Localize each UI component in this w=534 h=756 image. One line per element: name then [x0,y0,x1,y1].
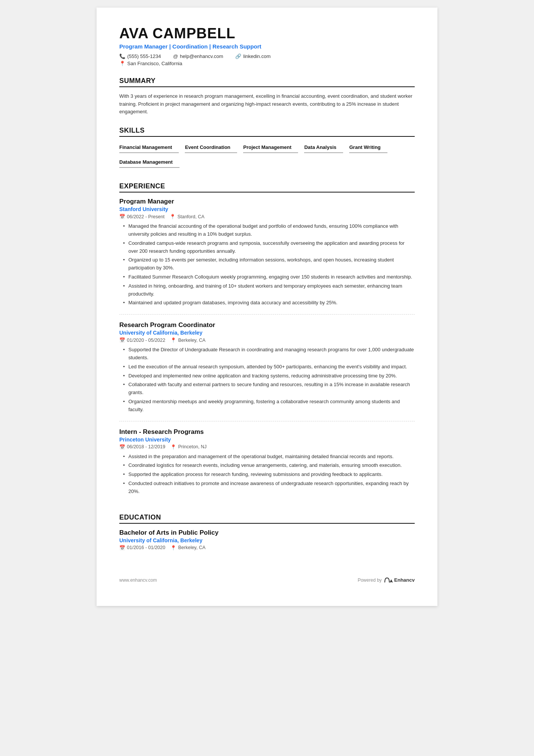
bullet-item: Supported the Director of Undergraduate … [123,346,415,362]
email-address: help@enhancv.com [180,53,223,59]
education-list: Bachelor of Arts in Public PolicyUnivers… [119,529,415,551]
skill-item: Grant Writing [349,142,387,153]
bullet-item: Led the execution of the annual research… [123,363,415,371]
resume-page: AVA CAMPBELL Program Manager | Coordinat… [97,8,437,606]
skills-section: SKILLS Financial ManagementEvent Coordin… [119,127,415,172]
job-dates: 📅 01/2020 - 05/2022 [119,337,165,343]
job-title: Intern - Research Programs [119,428,415,436]
linkedin-icon: 🔗 [235,53,241,59]
experience-section: EXPERIENCE Program ManagerStanford Unive… [119,182,415,502]
bullet-item: Collaborated with faculty and external p… [123,381,415,397]
bullet-item: Coordinated logistics for research event… [123,462,415,470]
skill-item: Project Management [243,142,298,153]
company-name: Stanford University [119,206,415,212]
job-location: 📍 Princeton, NJ [170,444,206,450]
phone-icon: 📞 [119,53,125,59]
brand-name: Enhancv [394,577,415,583]
location-row: 📍 San Francisco, California [119,61,415,66]
bullet-item: Facilitated Summer Research Colloquium w… [123,273,415,281]
skills-title: SKILLS [119,127,415,137]
location-pin-icon: 📍 [170,444,176,450]
job-location: 📍 Berkeley, CA [170,337,205,343]
job-bullets: Managed the financial accounting of the … [119,222,415,307]
summary-text: With 3 years of experience in research p… [119,92,415,116]
job-bullets: Supported the Director of Undergraduate … [119,346,415,413]
skill-item: Database Management [119,157,180,168]
edu-school: University of California, Berkeley [119,537,415,543]
skills-grid: Financial ManagementEvent CoordinationPr… [119,142,415,172]
bullet-item: Organized up to 15 events per semester, … [123,256,415,272]
experience-title: EXPERIENCE [119,182,415,193]
summary-section: SUMMARY With 3 years of experience in re… [119,77,415,116]
experience-list: Program ManagerStanford University 📅 06/… [119,198,415,502]
bullet-item: Assisted in the preparation and manageme… [123,453,415,461]
location-icon: 📍 [119,61,125,66]
phone-contact: 📞 (555) 555-1234 [119,53,161,59]
job-title: Program Manager [119,198,415,205]
phone-number: (555) 555-1234 [127,53,161,59]
skill-item: Event Coordination [185,142,237,153]
education-entry: Bachelor of Arts in Public PolicyUnivers… [119,529,415,551]
header: AVA CAMPBELL Program Manager | Coordinat… [119,26,415,66]
contact-row: 📞 (555) 555-1234 @ help@enhancv.com 🔗 li… [119,53,415,59]
job-meta: 📅 06/2018 - 12/2019 📍 Princeton, NJ [119,444,415,450]
applicant-name: AVA CAMPBELL [119,26,415,42]
applicant-title: Program Manager | Coordination | Researc… [119,43,415,50]
location-text: San Francisco, California [127,61,182,66]
job-dates: 📅 06/2018 - 12/2019 [119,444,165,450]
footer-brand: Powered by Enhancv [358,577,415,583]
email-contact: @ help@enhancv.com [173,53,223,59]
bullet-item: Supported the application process for re… [123,471,415,479]
powered-by-text: Powered by [358,578,381,583]
job-bullets: Assisted in the preparation and manageme… [119,453,415,496]
skill-item: Financial Management [119,142,179,153]
job-meta: 📅 01/2020 - 05/2022 📍 Berkeley, CA [119,337,415,343]
bullet-item: Developed and implemented new online app… [123,372,415,380]
bullet-item: Maintained and updated program databases… [123,299,415,307]
edu-dates: 📅 01/2016 - 01/2020 [119,545,165,551]
job-dates: 📅 06/2022 - Present [119,214,164,219]
linkedin-url: linkedin.com [243,53,270,59]
footer: www.enhancv.com Powered by Enhancv [119,573,415,583]
bullet-item: Assisted in hiring, onboarding, and trai… [123,282,415,298]
enhancv-logo: Enhancv [384,577,415,583]
experience-entry: Intern - Research ProgramsPrinceton Univ… [119,428,415,503]
location-pin-icon: 📍 [170,214,176,219]
company-name: University of California, Berkeley [119,330,415,336]
experience-entry: Research Program CoordinatorUniversity o… [119,321,415,421]
linkedin-contact[interactable]: 🔗 linkedin.com [235,53,270,59]
edu-location: 📍 Berkeley, CA [170,545,205,551]
education-title: EDUCATION [119,513,415,524]
calendar-icon: 📅 [119,545,125,551]
summary-title: SUMMARY [119,77,415,87]
logo-shapes [384,577,393,583]
logo-svg [384,577,393,583]
job-location: 📍 Stanford, CA [170,214,205,219]
calendar-icon: 📅 [119,337,125,343]
job-title: Research Program Coordinator [119,321,415,329]
job-meta: 📅 06/2022 - Present 📍 Stanford, CA [119,214,415,219]
email-icon: @ [173,53,178,59]
bullet-item: Coordinated campus-wide research program… [123,239,415,255]
bullet-item: Managed the financial accounting of the … [123,222,415,238]
education-section: EDUCATION Bachelor of Arts in Public Pol… [119,513,415,551]
footer-website: www.enhancv.com [119,578,157,583]
calendar-icon: 📅 [119,444,125,450]
edu-degree: Bachelor of Arts in Public Policy [119,529,415,537]
bullet-item: Organized mentorship meetups and weekly … [123,398,415,414]
location-pin-icon: 📍 [170,337,176,343]
skill-item: Data Analysis [304,142,343,153]
company-name: Princeton University [119,437,415,443]
edu-meta: 📅 01/2016 - 01/2020 📍 Berkeley, CA [119,545,415,551]
calendar-icon: 📅 [119,214,125,219]
experience-entry: Program ManagerStanford University 📅 06/… [119,198,415,315]
bullet-item: Conducted outreach initiatives to promot… [123,480,415,496]
location-pin-icon: 📍 [170,545,176,551]
